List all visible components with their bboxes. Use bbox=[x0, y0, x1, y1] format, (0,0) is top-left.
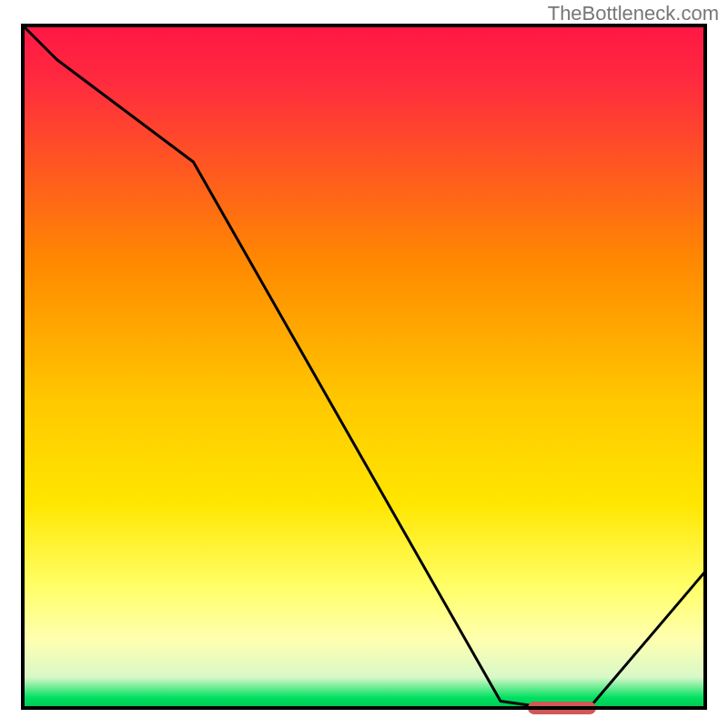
chart-svg bbox=[0, 0, 728, 728]
watermark-text: TheBottleneck.com bbox=[548, 2, 719, 25]
svg-rect-0 bbox=[23, 25, 705, 708]
bottleneck-chart: { "watermark": "TheBottleneck.com", "cha… bbox=[0, 0, 728, 728]
